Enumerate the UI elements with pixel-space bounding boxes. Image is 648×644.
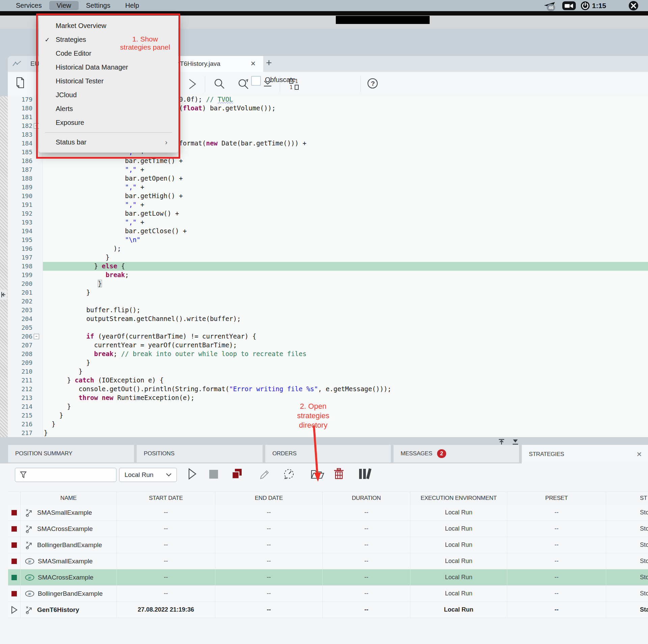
camera-icon[interactable] bbox=[562, 1, 576, 10]
strategies-panel: Local Run bbox=[0, 463, 648, 644]
strategy-name-cell: JFSMASmallExample bbox=[21, 553, 117, 569]
run-step-icon[interactable] bbox=[187, 78, 197, 90]
fold-marker-icon[interactable]: − bbox=[34, 334, 39, 339]
strategies-table: SMASmallExample------Local Run--StoSMACr… bbox=[8, 505, 648, 618]
code-line-213: 213 throw new RuntimeException(e); bbox=[8, 394, 648, 402]
strategy-row-gent6history[interactable]: GenT6History27.08.2022 21:19:36----Local… bbox=[8, 602, 648, 618]
line-number: 179 bbox=[8, 96, 32, 103]
screen-time-indicator[interactable]: 1:15 bbox=[580, 1, 606, 10]
search-icon[interactable] bbox=[214, 78, 225, 90]
edit-strategy-icon[interactable] bbox=[259, 468, 271, 480]
code-line-207: 207 currentYear = yearOf(currentBarTime)… bbox=[8, 341, 648, 350]
panel-tab-messages[interactable]: MESSAGES2 bbox=[394, 445, 519, 462]
stop-all-strategies-icon[interactable] bbox=[231, 468, 243, 480]
stop-strategy-icon[interactable] bbox=[209, 470, 218, 479]
code-line-199: 199 break; bbox=[8, 271, 648, 279]
code-line-212: 212 console.getOut().println(String.form… bbox=[8, 385, 648, 394]
performance-gauge-icon[interactable] bbox=[283, 468, 295, 480]
strategy-row-smasmallexample[interactable]: SMASmallExample------Local Run--Sto bbox=[8, 505, 648, 521]
panel-tab-label: MESSAGES bbox=[401, 450, 432, 457]
search-replace-icon[interactable] bbox=[237, 78, 250, 90]
svg-text:?: ? bbox=[371, 80, 375, 87]
code-line-187: 187 "," + bbox=[8, 165, 648, 174]
minimize-panel-icon[interactable] bbox=[512, 438, 519, 445]
strategy-icon bbox=[25, 606, 34, 614]
line-number: 202 bbox=[8, 298, 32, 305]
menubar-item-view[interactable]: View bbox=[49, 1, 79, 10]
code-line-192: 192 bar.getLow() + bbox=[8, 209, 648, 218]
obfuscate-checkbox[interactable] bbox=[251, 76, 261, 86]
execution-environment-cell: Local Run bbox=[410, 569, 507, 585]
panel-close-icon[interactable]: ✕ bbox=[636, 450, 642, 458]
chevron-down-icon bbox=[166, 473, 172, 477]
strategy-row-bollingerbandexample[interactable]: BollingerBandExample------Local Run--Sto bbox=[8, 537, 648, 553]
chart-line-icon bbox=[12, 60, 22, 68]
duration-cell: -- bbox=[323, 553, 410, 569]
visual-strategy-eye-icon: JF bbox=[25, 574, 34, 581]
state-cell: Sto bbox=[606, 537, 648, 553]
line-number: 182 bbox=[8, 122, 32, 129]
help-icon[interactable]: ? bbox=[367, 78, 379, 90]
run-mode-select[interactable]: Local Run bbox=[119, 468, 177, 482]
panel-tab-strategies[interactable]: STRATEGIES✕ bbox=[522, 445, 648, 463]
column-header-name[interactable]: NAME bbox=[21, 492, 117, 505]
collapse-panel-handle[interactable] bbox=[0, 290, 7, 300]
strategy-row-smacrossexample[interactable]: SMACrossExample------Local Run--Sto bbox=[8, 521, 648, 537]
strategy-library-icon[interactable] bbox=[358, 468, 375, 480]
line-number: 186 bbox=[8, 157, 32, 164]
panel-tab-position-summary[interactable]: POSITION SUMMARY bbox=[8, 445, 134, 462]
code-line-188: 188 bar.getOpen() + bbox=[8, 174, 648, 183]
messages-count-badge: 2 bbox=[437, 449, 446, 458]
code-line-189: 189 "," + bbox=[8, 183, 648, 192]
add-tab-icon[interactable]: + bbox=[266, 57, 272, 69]
duration-cell: -- bbox=[323, 569, 410, 585]
strategy-filter-input[interactable] bbox=[15, 468, 116, 482]
strategy-row-bollingerbandexample[interactable]: JFBollingerBandExample------Local Run--S… bbox=[8, 586, 648, 602]
maximize-panel-icon[interactable] bbox=[498, 438, 505, 445]
end-date-cell: -- bbox=[215, 521, 323, 537]
notification-badge: 46 bbox=[547, 4, 555, 11]
menubar-items: ServicesViewSettingsHelp bbox=[0, 1, 146, 10]
tab-close-icon[interactable]: ✕ bbox=[250, 60, 256, 68]
strategy-name: SMASmallExample bbox=[38, 558, 93, 565]
code-line-209: 209 } bbox=[8, 358, 648, 367]
code-line-190: 190 bar.getHigh() + bbox=[8, 192, 648, 200]
strategy-name: BollingerBandExample bbox=[38, 590, 103, 597]
strategy-icon bbox=[25, 525, 34, 533]
panel-tab-label: POSITIONS bbox=[144, 450, 174, 457]
code-line-203: 203 buffer.flip(); bbox=[8, 306, 648, 315]
preset-cell: -- bbox=[507, 521, 606, 537]
line-number: 192 bbox=[8, 210, 32, 217]
column-header-end-date[interactable]: END DATE bbox=[215, 492, 323, 505]
code-line-210: 210 } bbox=[8, 367, 648, 376]
annotation-step1: 1. Show strategies panel bbox=[108, 35, 182, 51]
menubar-item-services[interactable]: Services bbox=[8, 1, 49, 10]
delete-preset-icon[interactable] bbox=[333, 468, 345, 480]
line-number: 181 bbox=[8, 113, 32, 120]
left-scroll-strip[interactable] bbox=[0, 96, 8, 437]
new-file-icon[interactable] bbox=[15, 77, 25, 90]
state-cell: Sto bbox=[606, 553, 648, 569]
execution-environment-cell: Local Run bbox=[410, 521, 507, 537]
strategy-name-cell: JFBollingerBandExample bbox=[21, 586, 117, 601]
column-header-preset[interactable]: PRESET bbox=[507, 492, 606, 505]
column-header-execution-environment[interactable]: EXECUTION ENVIRONMENT bbox=[410, 492, 507, 505]
execution-environment-cell: Local Run bbox=[410, 586, 507, 601]
send-plane-icon[interactable]: 46 bbox=[543, 0, 558, 11]
menubar-item-help[interactable]: Help bbox=[118, 1, 146, 10]
stopped-status-icon bbox=[8, 505, 21, 520]
strategy-row-smacrossexample[interactable]: JFSMACrossExample------Local Run--Sto bbox=[8, 569, 648, 586]
column-header-duration[interactable]: DURATION bbox=[323, 492, 410, 505]
svg-text:1: 1 bbox=[290, 84, 293, 90]
column-header-status[interactable] bbox=[8, 492, 21, 505]
run-mode-value: Local Run bbox=[125, 471, 154, 479]
strategy-row-smasmallexample[interactable]: JFSMASmallExample------Local Run--Sto bbox=[8, 553, 648, 569]
column-header-start-date[interactable]: START DATE bbox=[117, 492, 215, 505]
column-header-st[interactable]: ST bbox=[606, 492, 648, 505]
run-strategy-icon[interactable] bbox=[187, 467, 198, 480]
app-status-icon[interactable] bbox=[628, 1, 639, 11]
line-number: 190 bbox=[8, 192, 32, 199]
line-number: 214 bbox=[8, 403, 32, 410]
panel-tab-positions[interactable]: POSITIONS bbox=[137, 445, 263, 462]
menubar-item-settings[interactable]: Settings bbox=[79, 1, 118, 10]
